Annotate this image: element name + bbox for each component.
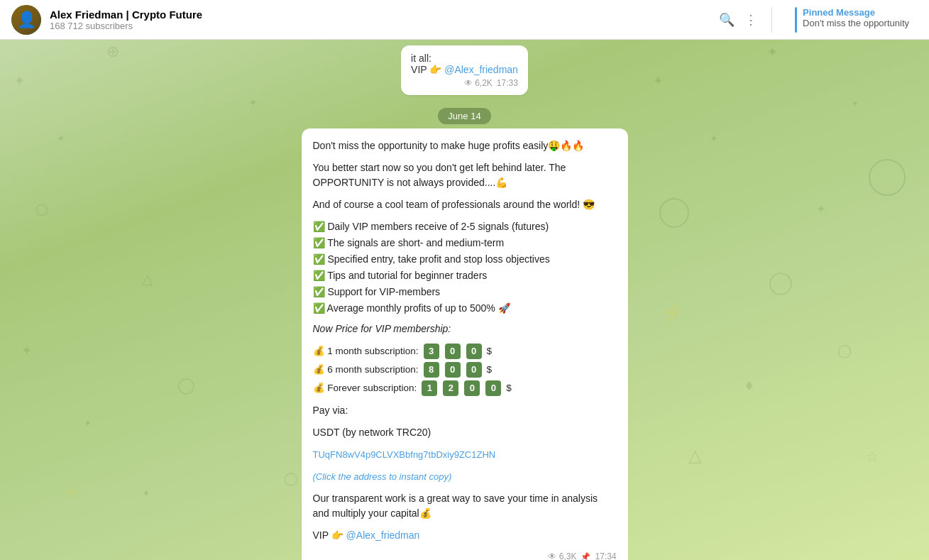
price-row-2: 💰 6 month subscription: 8 0 0 $ [313, 362, 617, 378]
channel-subscribers: 168 712 subscribers [50, 21, 202, 31]
digit-8-0: 8 [424, 362, 439, 378]
crypto-address-container: TUqFN8wV4p9CLVXBbfng7tbDxiy9ZC1ZHN [313, 447, 617, 462]
content-area: it all: VIP 👉 @Alex_friedman 👁 6,2K 17:3… [0, 40, 929, 560]
check-item-1: ✅ Daily VIP members receive of 2-5 signa… [313, 219, 617, 234]
vip-link-bottom[interactable]: @Alex_friedman [346, 529, 420, 541]
message-meta-top: 👁 6,2K 17:33 [411, 78, 518, 88]
divider [771, 7, 772, 33]
message-top-text: it all: VIP 👉 @Alex_friedman [411, 53, 518, 75]
pay-via: Pay via: [313, 403, 617, 418]
price-section: Now Price for VIP membership: 💰 1 month … [313, 322, 617, 396]
check-item-3: ✅ Specified entry, take profit and stop … [313, 252, 617, 267]
top-bar: 👤 Alex Friedman | Crypto Future 168 712 … [0, 0, 929, 40]
crypto-address-link[interactable]: TUqFN8wV4p9CLVXBbfng7tbDxiy9ZC1ZHN [313, 449, 496, 460]
pinned-content: Pinned Message Don't miss the opportunit… [803, 7, 909, 28]
channel-text: Alex Friedman | Crypto Future 168 712 su… [50, 9, 202, 31]
message-top-prefix: it all: [411, 53, 431, 64]
digit-3-1: 0 [445, 344, 461, 359]
time-top: 17:33 [497, 78, 518, 88]
views-bottom: 👁 6,3K [548, 550, 576, 560]
top-bar-right: 🔍 ⋮ Pinned Message Don't miss the opport… [719, 7, 918, 33]
digit-1200-0: 1 [422, 380, 437, 396]
digit-3-0: 3 [424, 344, 439, 359]
pinned-text: Don't miss the opportunity [803, 18, 909, 28]
more-icon[interactable]: ⋮ [744, 12, 757, 28]
para-bottom: Our transparent work is a great way to s… [313, 491, 617, 521]
digit-1200-3: 0 [485, 380, 501, 396]
click-copy: (Click the address to instant copy) [313, 469, 617, 484]
digit-3-2: 0 [466, 344, 482, 359]
pinned-label: Pinned Message [803, 7, 909, 18]
avatar-image: 👤 [11, 5, 41, 35]
messages-wrapper: Don't miss the opportunity to make huge … [0, 128, 929, 560]
date-badge: June 14 [438, 108, 490, 124]
para1: You better start now so you don't get le… [313, 160, 617, 190]
pin-icon: 📌 [581, 551, 590, 560]
message-main: Don't miss the opportunity to make huge … [302, 128, 628, 560]
date-badge-container: June 14 [0, 101, 929, 128]
price-row-3: 💰 Forever subscription: 1 2 0 0 $ [313, 380, 617, 396]
checklist: ✅ Daily VIP members receive of 2-5 signa… [313, 219, 617, 316]
search-icon[interactable]: 🔍 [719, 12, 735, 28]
digit-1200-2: 0 [464, 380, 480, 396]
vip-line-bottom: VIP 👉 @Alex_friedman [313, 528, 617, 543]
channel-name: Alex Friedman | Crypto Future [50, 9, 202, 21]
pinned-bar [795, 7, 797, 33]
top-bar-actions: 🔍 ⋮ [719, 12, 757, 28]
check-item-6: ✅ Average monthly profits of up to 500% … [313, 301, 617, 316]
check-item-5: ✅ Support for VIP-members [313, 285, 617, 300]
check-item-4: ✅ Tips and tutorial for beginner traders [313, 268, 617, 283]
message-top: it all: VIP 👉 @Alex_friedman 👁 6,2K 17:3… [401, 45, 528, 95]
digit-8-1: 0 [445, 362, 461, 378]
views-count-top: 👁 6,2K [464, 78, 493, 88]
check-item-2: ✅ The signals are short- and medium-term [313, 236, 617, 251]
time-bottom: 17:34 [595, 550, 616, 560]
channel-info: 👤 Alex Friedman | Crypto Future 168 712 … [11, 5, 202, 35]
price-row-1: 💰 1 month subscription: 3 0 0 $ [313, 344, 617, 359]
avatar: 👤 [11, 5, 41, 35]
headline: Don't miss the opportunity to make huge … [313, 138, 617, 153]
message-footer: 👁 6,3K 📌 17:34 [313, 550, 617, 560]
vip-link-top[interactable]: @Alex_friedman [444, 64, 518, 75]
digit-1200-1: 2 [443, 380, 458, 396]
vip-line-top: VIP 👉 [411, 64, 444, 75]
pay-method: USDT (by network TRC20) [313, 425, 617, 440]
para2: And of course a cool team of professiona… [313, 197, 617, 212]
digit-8-2: 0 [466, 362, 482, 378]
pinned-message[interactable]: Pinned Message Don't miss the opportunit… [786, 7, 918, 33]
price-label: Now Price for VIP membership: [313, 322, 617, 336]
